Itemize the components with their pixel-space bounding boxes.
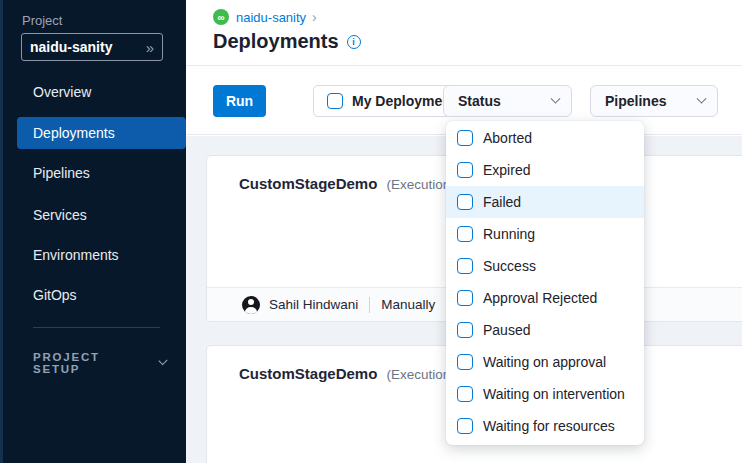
status-option-expired[interactable]: Expired (446, 154, 644, 186)
breadcrumb-chevron-icon: › (312, 9, 317, 25)
sidebar-item-overview[interactable]: Overview (0, 76, 186, 108)
project-label: Project (22, 13, 62, 28)
pipeline-name[interactable]: CustomStageDemo (239, 365, 377, 382)
author-name: Sahil Hindwani (269, 297, 358, 312)
status-option-waiting-on-intervention[interactable]: Waiting on intervention (446, 378, 644, 410)
status-option-approval-rejected[interactable]: Approval Rejected (446, 282, 644, 314)
sidebar-item-pipelines[interactable]: Pipelines (0, 157, 186, 189)
run-button[interactable]: Run (213, 85, 266, 117)
checkbox[interactable] (457, 322, 473, 338)
trigger-type: Manually (381, 297, 435, 312)
page-title: Deployments (213, 30, 339, 53)
sidebar-item-services[interactable]: Services (0, 199, 186, 231)
sidebar-item-gitops[interactable]: GitOps (0, 279, 186, 311)
breadcrumb-project-link[interactable]: naidu-sanity (236, 10, 306, 25)
status-option-label: Paused (483, 322, 530, 338)
checkbox[interactable] (457, 226, 473, 242)
page-header: ∞ naidu-sanity › Deployments i (186, 0, 742, 66)
status-option-label: Waiting on intervention (483, 386, 625, 402)
user-avatar-icon (242, 296, 260, 314)
status-dropdown-menu: Aborted Expired Failed Running Success A… (446, 121, 644, 445)
sidebar: Project naidu-sanity » Overview Deployme… (0, 0, 186, 463)
sidebar-item-deployments[interactable]: Deployments (17, 117, 186, 149)
status-option-label: Waiting on approval (483, 354, 606, 370)
chevron-down-icon (697, 93, 707, 103)
checkbox[interactable] (457, 418, 473, 434)
checkbox[interactable] (457, 258, 473, 274)
project-expand-icon[interactable]: » (146, 39, 154, 56)
status-option-failed[interactable]: Failed (446, 186, 644, 218)
status-option-label: Failed (483, 194, 521, 210)
status-option-success[interactable]: Success (446, 250, 644, 282)
checkbox[interactable] (457, 162, 473, 178)
project-setup-label: PROJECT SETUP (33, 351, 132, 375)
info-icon[interactable]: i (347, 35, 361, 49)
sidebar-item-environments[interactable]: Environments (0, 239, 186, 271)
status-option-waiting-for-resources[interactable]: Waiting for resources (446, 410, 644, 442)
status-option-label: Aborted (483, 130, 532, 146)
checkbox[interactable] (457, 354, 473, 370)
footer-divider (369, 297, 370, 313)
checkbox[interactable] (457, 386, 473, 402)
chevron-down-icon (551, 93, 561, 103)
checkbox[interactable] (457, 194, 473, 210)
sidebar-divider (33, 327, 160, 328)
status-option-label: Running (483, 226, 535, 242)
project-setup-toggle[interactable]: PROJECT SETUP (33, 351, 166, 375)
project-selector-value: naidu-sanity (30, 39, 112, 55)
breadcrumb: ∞ naidu-sanity › (213, 9, 317, 25)
status-option-label: Approval Rejected (483, 290, 597, 306)
status-option-label: Success (483, 258, 536, 274)
my-deployments-checkbox[interactable] (327, 93, 343, 109)
status-option-paused[interactable]: Paused (446, 314, 644, 346)
harness-cd-icon: ∞ (213, 9, 229, 25)
chevron-down-icon (158, 356, 167, 365)
checkbox[interactable] (457, 290, 473, 306)
pipelines-filter-dropdown[interactable]: Pipelines (590, 85, 718, 117)
status-filter-dropdown[interactable]: Status (443, 85, 572, 117)
status-option-waiting-on-approval[interactable]: Waiting on approval (446, 346, 644, 378)
checkbox[interactable] (457, 130, 473, 146)
status-option-label: Waiting for resources (483, 418, 615, 434)
pipeline-name[interactable]: CustomStageDemo (239, 175, 377, 192)
status-option-running[interactable]: Running (446, 218, 644, 250)
status-option-aborted[interactable]: Aborted (446, 122, 644, 154)
status-filter-label: Status (458, 93, 501, 109)
status-option-label: Expired (483, 162, 530, 178)
pipelines-filter-label: Pipelines (605, 93, 666, 109)
project-selector[interactable]: naidu-sanity » (21, 33, 163, 61)
